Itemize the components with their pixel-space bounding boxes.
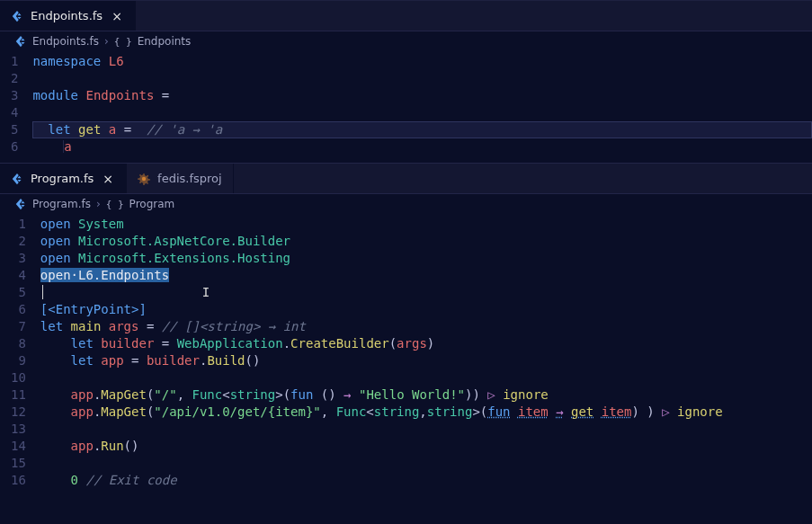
fsharp-file-icon <box>14 198 27 210</box>
tab-bar-bottom: Program.fs × fedis.fsproj <box>0 164 812 194</box>
mouse-ibeam-cursor: I <box>202 284 210 301</box>
breadcrumb-symbol: Program <box>129 198 175 210</box>
fsharp-file-icon <box>11 10 23 22</box>
fsproj-file-icon <box>138 173 150 185</box>
tab-label: fedis.fsproj <box>157 172 222 185</box>
editor-pane-top: Endpoints.fs × Endpoints.fs › { } Endpoi… <box>0 0 812 157</box>
code-content[interactable]: namespace L6 module Endpoints = let get … <box>32 51 812 157</box>
breadcrumb-bottom[interactable]: Program.fs › { } Program <box>0 194 812 214</box>
tab-close-icon[interactable]: × <box>110 9 124 23</box>
fsharp-file-icon <box>14 35 27 48</box>
code-area-bottom[interactable]: 1234 5678 9101112 13141516 open System o… <box>0 214 812 491</box>
breadcrumb-symbol: Endpoints <box>138 35 192 48</box>
tab-bar-top: Endpoints.fs × <box>0 1 812 31</box>
editor-pane-bottom: Program.fs × fedis.fsproj Program.fs › {… <box>0 163 812 524</box>
line-numbers: 1234 5678 9101112 13141516 <box>0 214 40 491</box>
code-area-top[interactable]: 123 456 namespace L6 module Endpoints = … <box>0 51 812 157</box>
tab-label: Program.fs <box>31 172 94 185</box>
namespace-icon: { } <box>114 36 132 48</box>
line-numbers: 123 456 <box>0 51 32 157</box>
tab-fedis-fsproj[interactable]: fedis.fsproj <box>127 164 234 193</box>
code-content[interactable]: open System open Microsoft.AspNetCore.Bu… <box>40 214 812 491</box>
breadcrumb-sep: › <box>104 35 109 48</box>
tab-close-icon[interactable]: × <box>101 172 115 186</box>
tab-program[interactable]: Program.fs × <box>0 164 127 193</box>
fsharp-file-icon <box>11 173 23 185</box>
breadcrumb-file: Endpoints.fs <box>32 35 99 48</box>
breadcrumb-top[interactable]: Endpoints.fs › { } Endpoints <box>0 31 812 51</box>
tab-label: Endpoints.fs <box>31 9 103 22</box>
breadcrumb-file: Program.fs <box>32 198 91 210</box>
namespace-icon: { } <box>106 199 124 210</box>
breadcrumb-sep: › <box>96 198 101 210</box>
text-cursor <box>42 285 43 299</box>
tab-endpoints[interactable]: Endpoints.fs × <box>0 1 136 31</box>
